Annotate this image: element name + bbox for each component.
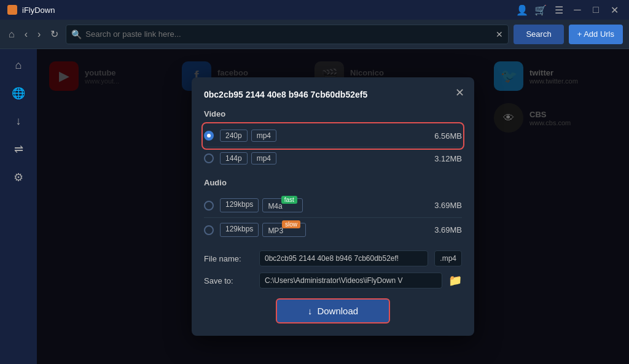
titlebar-controls: 👤 🛒 ☰ ─ □ ✕: [515, 4, 622, 16]
format-tag-1: mp4: [251, 130, 276, 142]
aformat-tag-2: MP3slow: [262, 223, 306, 237]
minimize-icon[interactable]: ─: [570, 4, 585, 15]
filename-row: File name: .mp4: [204, 250, 462, 266]
titlebar-left: iFlyDown: [7, 5, 55, 15]
saveto-label: Save to:: [204, 276, 253, 285]
video-radio-1[interactable]: [204, 131, 214, 141]
browse-folder-icon[interactable]: 📁: [448, 274, 462, 287]
audio-radio-1[interactable]: [204, 201, 214, 211]
audio-radio-2[interactable]: [204, 225, 214, 235]
aformat-tag-1: M4afast: [262, 198, 302, 212]
download-label: Download: [317, 306, 358, 316]
close-icon[interactable]: ✕: [607, 4, 622, 16]
sidebar-settings-icon[interactable]: ⚙: [14, 171, 23, 184]
toolbar: ⌂ ‹ › ↻ 🔍 ✕ Search + Add Urls: [0, 20, 629, 49]
video-tags-1: 240p mp4: [220, 130, 276, 142]
filename-input[interactable]: [259, 250, 428, 266]
sidebar-home-icon[interactable]: ⌂: [15, 59, 22, 72]
app-logo: [7, 5, 17, 15]
file-ext: .mp4: [434, 250, 462, 266]
modal-title: 0bc2cb95 2144 40e8 b946 7cb60db52ef5: [204, 90, 462, 99]
modal-close-button[interactable]: ✕: [455, 87, 464, 98]
resolution-tag-2: 144p: [220, 152, 248, 165]
format-tag-2: mp4: [251, 152, 276, 165]
home-icon[interactable]: ⌂: [6, 26, 17, 42]
download-btn-wrap: ↓ Download: [204, 298, 462, 323]
user-icon[interactable]: 👤: [515, 4, 529, 16]
menu-icon[interactable]: ☰: [552, 4, 566, 16]
audio-option-1[interactable]: 129kbps M4afast 3.69MB: [204, 193, 462, 218]
audio-section-label: Audio: [204, 178, 462, 187]
download-arrow-icon: ↓: [308, 306, 313, 316]
video-size-2: 3.12MB: [434, 154, 462, 163]
search-bar-icon: 🔍: [71, 29, 82, 39]
forward-icon[interactable]: ›: [35, 26, 43, 42]
video-section: Video 240p mp4 6.56MB 14: [204, 109, 462, 169]
refresh-icon[interactable]: ↻: [48, 26, 61, 42]
download-button[interactable]: ↓ Download: [276, 298, 390, 323]
audio-tags-2: 129kbps MP3slow: [220, 223, 306, 237]
audio-size-2: 3.69MB: [434, 225, 462, 234]
sidebar: ⌂ 🌐 ↓ ⇌ ⚙: [0, 49, 37, 364]
bitrate-tag-1: 129kbps: [220, 198, 259, 212]
cart-icon[interactable]: 🛒: [533, 4, 548, 16]
svg-rect-0: [9, 7, 15, 13]
audio-section: Audio 129kbps M4afast 3.69MB: [204, 178, 462, 242]
download-modal: 0bc2cb95 2144 40e8 b946 7cb60db52ef5 ✕ V…: [192, 77, 474, 336]
sidebar-shuffle-icon[interactable]: ⇌: [14, 142, 23, 156]
slow-badge: slow: [282, 220, 300, 228]
video-tags-2: 144p mp4: [220, 152, 276, 165]
audio-option-2[interactable]: 129kbps MP3slow 3.69MB: [204, 218, 462, 242]
sidebar-download-icon[interactable]: ↓: [16, 115, 21, 128]
audio-size-1: 3.69MB: [434, 201, 462, 210]
back-icon[interactable]: ‹: [22, 26, 30, 42]
resolution-tag-1: 240p: [220, 130, 248, 142]
video-section-label: Video: [204, 109, 462, 118]
modal-overlay: 0bc2cb95 2144 40e8 b946 7cb60db52ef5 ✕ V…: [37, 49, 629, 364]
filename-label: File name:: [204, 254, 253, 263]
video-option-2[interactable]: 144p mp4 3.12MB: [204, 147, 462, 169]
sidebar-globe-icon[interactable]: 🌐: [12, 87, 25, 100]
app-title: iFlyDown: [22, 6, 55, 15]
saveto-row: Save to: 📁: [204, 273, 462, 288]
content-area: ▶ youtube www.yout... f faceboo www.face…: [37, 49, 629, 364]
saveto-input[interactable]: [259, 273, 442, 288]
video-radio-2[interactable]: [204, 153, 214, 163]
maximize-icon[interactable]: □: [588, 4, 603, 15]
video-size-1: 6.56MB: [434, 131, 462, 141]
bitrate-tag-2: 129kbps: [220, 223, 259, 237]
search-button[interactable]: Search: [514, 25, 563, 44]
fast-badge: fast: [281, 196, 297, 204]
search-input[interactable]: [85, 29, 492, 39]
titlebar: iFlyDown 👤 🛒 ☰ ─ □ ✕: [0, 0, 629, 20]
file-info-section: File name: .mp4 Save to: 📁: [204, 250, 462, 288]
search-bar: 🔍 ✕: [66, 25, 509, 44]
audio-tags-1: 129kbps M4afast: [220, 198, 303, 212]
clear-icon[interactable]: ✕: [496, 29, 503, 39]
main-layout: ⌂ 🌐 ↓ ⇌ ⚙ ▶ youtube www.yout... f facebo…: [0, 49, 629, 364]
add-urls-button[interactable]: + Add Urls: [569, 25, 623, 44]
video-option-1[interactable]: 240p mp4 6.56MB: [204, 125, 462, 147]
